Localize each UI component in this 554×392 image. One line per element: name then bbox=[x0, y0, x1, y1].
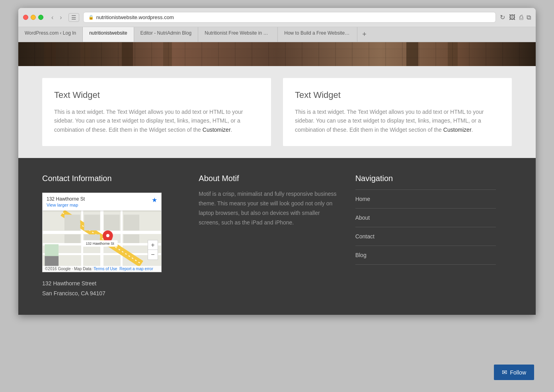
widget-2-title: Text Widget bbox=[295, 90, 500, 100]
map-star-icon: ★ bbox=[152, 196, 157, 204]
svg-rect-21 bbox=[123, 215, 139, 231]
reload-button[interactable]: ↻ bbox=[500, 14, 505, 21]
svg-rect-16 bbox=[84, 215, 100, 231]
about-text: Motif is a crisp, minimalist and fully r… bbox=[199, 189, 339, 227]
footer-about-col: About Motif Motif is a crisp, minimalist… bbox=[199, 174, 355, 298]
map-terms[interactable]: Terms of Use bbox=[94, 267, 117, 271]
hero-image bbox=[18, 42, 536, 66]
map-header: 132 Hawthorne St View larger map ★ bbox=[43, 193, 161, 211]
svg-rect-1 bbox=[44, 42, 56, 66]
widgets-section: Text Widget This is a text widget. The T… bbox=[18, 66, 536, 158]
nav-item-contact: Contact bbox=[355, 227, 496, 246]
browser-window: ‹ › ☰ 🔒 nutritionistwebsite.wordpress.co… bbox=[18, 8, 536, 315]
browser-titlebar: ‹ › ☰ 🔒 nutritionistwebsite.wordpress.co… bbox=[18, 8, 536, 27]
tab-how-to-build[interactable]: How to Build a Free Website for Nutrit..… bbox=[278, 27, 357, 42]
follow-icon: ✉ bbox=[502, 369, 507, 376]
nav-link-contact[interactable]: Contact bbox=[355, 233, 375, 240]
sidebar-button[interactable]: ☰ bbox=[68, 13, 79, 22]
nav-item-home: Home bbox=[355, 189, 496, 208]
nav-link-about[interactable]: About bbox=[355, 215, 370, 221]
page-content: Text Widget This is a text widget. The T… bbox=[18, 42, 536, 315]
extensions-button[interactable]: 🖼 bbox=[509, 14, 515, 21]
lock-icon: 🔒 bbox=[88, 15, 94, 20]
map-view-larger[interactable]: View larger map bbox=[47, 203, 85, 207]
contact-title: Contact Information bbox=[42, 174, 183, 183]
svg-text:132 Hawthorne St: 132 Hawthorne St bbox=[86, 242, 114, 246]
about-title: About Motif bbox=[199, 174, 339, 183]
svg-point-26 bbox=[106, 234, 109, 237]
svg-rect-2 bbox=[80, 42, 90, 66]
svg-rect-4 bbox=[163, 42, 172, 66]
svg-rect-17 bbox=[104, 215, 120, 231]
customizer-link-1[interactable]: Customizer bbox=[203, 127, 231, 133]
svg-rect-19 bbox=[64, 234, 80, 243]
minimize-button[interactable] bbox=[31, 15, 36, 20]
tab-free-website[interactable]: Nutritionist Free Website in Wordpres... bbox=[198, 27, 278, 42]
nav-item-blog: Blog bbox=[355, 246, 496, 265]
url-text: nutritionistwebsite.wordpress.com bbox=[96, 14, 174, 20]
nav-link-home[interactable]: Home bbox=[355, 196, 370, 202]
address-line2: San Francisco, CA 94107 bbox=[42, 289, 183, 298]
toolbar-right: ⎙ ⧉ bbox=[519, 14, 531, 21]
tab-wordpress-login[interactable]: WordPress.com ‹ Log In bbox=[18, 27, 83, 42]
back-button[interactable]: ‹ bbox=[49, 13, 56, 22]
address-bar[interactable]: 🔒 nutritionistwebsite.wordpress.com bbox=[83, 12, 496, 23]
widget-2-text: This is a text widget. The Text Widget a… bbox=[295, 107, 500, 134]
map-copyright: ©2016 Google · Map Data bbox=[45, 267, 91, 271]
svg-rect-0 bbox=[18, 42, 536, 66]
follow-label: Follow bbox=[510, 369, 526, 376]
follow-button[interactable]: ✉ Follow bbox=[494, 365, 534, 380]
map-error[interactable]: Report a map error bbox=[119, 267, 153, 271]
widget-1-title: Text Widget bbox=[54, 90, 259, 100]
browser-tabs: WordPress.com ‹ Log In nutritionistwebsi… bbox=[18, 27, 536, 42]
svg-rect-22 bbox=[123, 234, 139, 243]
map-container: Google 132 Hawthorne St bbox=[42, 193, 162, 272]
zoom-out-button[interactable]: − bbox=[148, 250, 158, 259]
map-footer: ©2016 Google · Map Data Terms of Use Rep… bbox=[43, 266, 161, 272]
footer-address: 132 Hawthorne Street San Francisco, CA 9… bbox=[42, 279, 183, 298]
footer-contact-col: Contact Information bbox=[42, 174, 199, 298]
site-footer: Contact Information bbox=[18, 158, 536, 314]
svg-rect-20 bbox=[64, 215, 80, 231]
new-window-button[interactable]: ⧉ bbox=[527, 14, 531, 21]
svg-rect-6 bbox=[448, 42, 458, 66]
map-address: 132 Hawthorne St bbox=[47, 196, 85, 202]
zoom-in-button[interactable]: + bbox=[148, 240, 158, 250]
footer-nav-col: Navigation Home About Contact Blog bbox=[355, 174, 512, 298]
nav-title: Navigation bbox=[355, 174, 496, 183]
tab-nutritionist[interactable]: nutritionistwebsite bbox=[83, 27, 134, 42]
traffic-lights bbox=[23, 15, 43, 20]
nav-item-about: About bbox=[355, 208, 496, 227]
map-zoom-controls: + − bbox=[148, 240, 158, 260]
close-button[interactable] bbox=[23, 15, 28, 20]
widget-1-text: This is a text widget. The Text Widget a… bbox=[54, 107, 259, 134]
nav-buttons: ‹ › bbox=[49, 13, 64, 22]
svg-rect-3 bbox=[122, 42, 133, 66]
maximize-button[interactable] bbox=[38, 15, 43, 20]
share-button[interactable]: ⎙ bbox=[519, 14, 523, 21]
customizer-link-2[interactable]: Customizer bbox=[443, 127, 472, 133]
svg-rect-29 bbox=[45, 256, 59, 267]
widget-card-2: Text Widget This is a text widget. The T… bbox=[283, 78, 512, 146]
nav-list: Home About Contact Blog bbox=[355, 189, 496, 265]
widget-card-1: Text Widget This is a text widget. The T… bbox=[42, 78, 271, 146]
new-tab-button[interactable]: + bbox=[357, 27, 371, 42]
svg-rect-5 bbox=[406, 42, 418, 66]
address-line1: 132 Hawthorne Street bbox=[42, 279, 183, 289]
forward-button[interactable]: › bbox=[57, 13, 64, 22]
nav-link-blog[interactable]: Blog bbox=[355, 252, 367, 258]
tab-editor[interactable]: Editor - NutriAdmin Blog bbox=[134, 27, 199, 42]
